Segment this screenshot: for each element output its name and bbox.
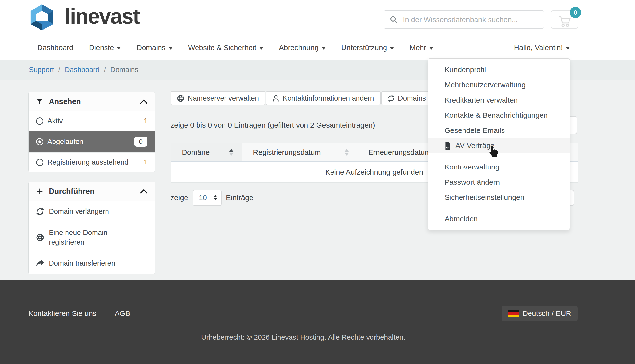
main-nav: Dashboard Dienste Domains Website & Sich… — [0, 37, 635, 60]
hand-cursor-icon — [488, 145, 499, 158]
menu-divider — [428, 208, 570, 208]
cart-button[interactable]: 0 — [551, 10, 578, 29]
filter-item-aktiv[interactable]: Aktiv 1 — [29, 111, 155, 131]
header: linevast 0 — [0, 0, 635, 37]
column-header-domaene[interactable]: Domäne — [171, 143, 242, 162]
nav-mehr[interactable]: Mehr — [410, 44, 433, 52]
linevast-logo-icon — [28, 4, 56, 32]
menu-kundenprofil[interactable]: Kundenprofil — [428, 62, 570, 77]
action-domain-transferieren[interactable]: Domain transferieren — [29, 253, 155, 274]
caret-down-icon — [430, 47, 433, 50]
count-badge: 1 — [144, 158, 148, 166]
person-icon — [272, 95, 279, 102]
caret-down-icon — [390, 47, 394, 50]
user-dropdown-menu: Kundenprofil Mehrbenutzerverwaltung Kred… — [428, 58, 570, 230]
entries-info: zeige 0 bis 0 von 0 Einträgen (gefiltert… — [170, 121, 375, 129]
select-spinner-icon — [214, 195, 217, 200]
file-contract-icon — [444, 142, 451, 150]
breadcrumb-support[interactable]: Support — [29, 66, 54, 74]
user-menu-toggle[interactable]: Hallo, Valentin! — [514, 44, 570, 52]
filter-item-abgelaufen[interactable]: Abgelaufen 0 — [29, 131, 155, 152]
filter-item-registrierung-ausstehend[interactable]: Registrierung ausstehend 1 — [29, 152, 155, 172]
caret-down-icon — [566, 47, 570, 50]
page-size-select[interactable]: 10 — [192, 190, 222, 206]
refresh-icon — [36, 208, 45, 216]
sort-icon — [344, 149, 349, 156]
breadcrumb-current: Domains — [110, 66, 138, 74]
sort-asc-icon — [229, 149, 234, 156]
copyright-text: Urheberrecht: © 2026 Linevast Hosting. A… — [28, 333, 578, 342]
caret-down-icon — [168, 47, 172, 50]
logo-wordmark: linevast — [65, 6, 139, 30]
nameserver-verwalten-button[interactable]: Nameserver verwalten — [170, 91, 265, 105]
globe-icon — [36, 234, 45, 242]
footer-link-agb[interactable]: AGB — [114, 309, 130, 318]
actions-panel: Durchführen Domain verlängern — [28, 182, 155, 274]
menu-mehrbenutzerverwaltung[interactable]: Mehrbenutzerverwaltung — [428, 77, 570, 92]
caret-down-icon — [322, 47, 326, 50]
share-icon — [36, 260, 45, 267]
search-input[interactable] — [403, 16, 538, 24]
linevast-logo[interactable]: linevast — [28, 4, 139, 32]
kontaktinformationen-aendern-button[interactable]: Kontaktinformationen ändern — [266, 91, 380, 105]
nav-unterstuetzung[interactable]: Unterstützung — [341, 44, 394, 52]
menu-passwort-aendern[interactable]: Passwort ändern — [428, 175, 570, 190]
nav-abrechnung[interactable]: Abrechnung — [279, 44, 326, 52]
menu-abmelden[interactable]: Abmelden — [428, 211, 570, 226]
radio-icon — [36, 118, 44, 125]
language-currency-button[interactable]: Deutsch / EUR — [502, 306, 578, 321]
menu-sicherheitseinstellungen[interactable]: Sicherheitseinstellungen — [428, 190, 570, 205]
actions-panel-header[interactable]: Durchführen — [29, 182, 155, 201]
nav-dienste[interactable]: Dienste — [89, 44, 121, 52]
count-badge: 1 — [144, 117, 148, 125]
nav-domains[interactable]: Domains — [136, 44, 172, 52]
knowledgebase-search[interactable] — [384, 10, 544, 29]
column-header-registrierungsdatum[interactable]: Registrierungsdatum — [242, 143, 357, 162]
breadcrumb-dashboard[interactable]: Dashboard — [65, 66, 100, 74]
footer-link-kontakt[interactable]: Kontaktieren Sie uns — [28, 309, 96, 318]
cart-count-badge: 0 — [570, 7, 581, 18]
plus-icon — [36, 188, 44, 195]
menu-kontakte-benachrichtigungen[interactable]: Kontakte & Benachrichtigungen — [428, 108, 570, 123]
view-filter-panel: Ansehen Aktiv 1 Abgelaufen 0 Registrieru… — [28, 92, 155, 172]
view-panel-header[interactable]: Ansehen — [29, 92, 155, 111]
flag-de-icon — [508, 310, 519, 317]
action-neue-domain-registrieren[interactable]: Eine neue Domain registrieren — [29, 222, 155, 253]
chevron-up-icon[interactable] — [140, 99, 148, 104]
radio-selected-icon — [36, 138, 44, 146]
nav-dashboard[interactable]: Dashboard — [37, 44, 73, 52]
menu-gesendete-emails[interactable]: Gesendete Emails — [428, 123, 570, 138]
sidebar: Ansehen Aktiv 1 Abgelaufen 0 Registrieru… — [28, 92, 155, 284]
globe-icon — [177, 95, 184, 102]
caret-down-icon — [117, 47, 121, 50]
footer: Kontaktieren Sie uns AGB Deutsch / EUR U… — [0, 280, 635, 364]
filter-icon — [36, 98, 44, 105]
caret-down-icon — [259, 47, 263, 50]
action-domain-verlaengern[interactable]: Domain verlängern — [29, 201, 155, 222]
nav-website-sicherheit[interactable]: Website & Sicherheit — [188, 44, 263, 52]
cart-icon — [558, 15, 572, 28]
refresh-icon — [388, 95, 394, 102]
menu-kreditkarten-verwalten[interactable]: Kreditkarten verwalten — [428, 92, 570, 108]
chevron-up-icon[interactable] — [140, 189, 148, 194]
radio-icon — [36, 159, 44, 166]
search-icon — [390, 16, 398, 24]
menu-kontoverwaltung[interactable]: Kontoverwaltung — [428, 160, 570, 175]
count-badge: 0 — [134, 136, 148, 147]
